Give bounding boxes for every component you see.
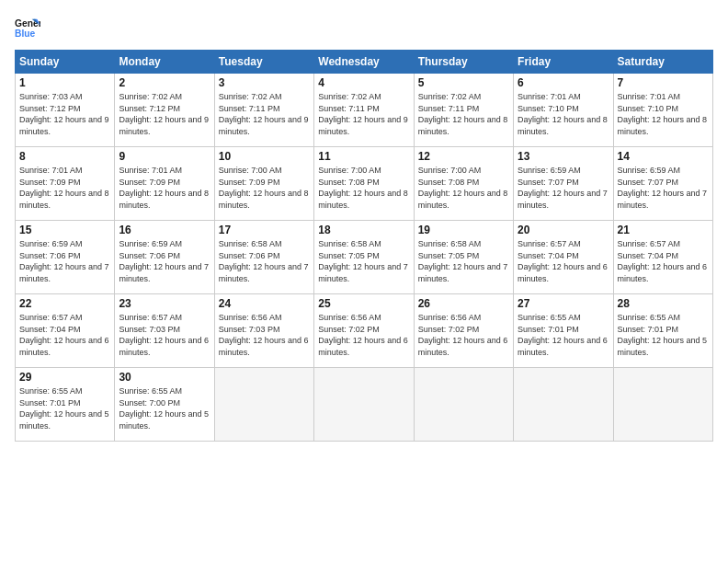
day-info: Sunrise: 7:00 AM Sunset: 7:08 PM Dayligh… bbox=[318, 165, 409, 211]
day-number: 19 bbox=[418, 224, 509, 236]
day-info: Sunrise: 6:59 AM Sunset: 7:06 PM Dayligh… bbox=[119, 238, 210, 284]
calendar-day-cell: 24 Sunrise: 6:56 AM Sunset: 7:03 PM Dayl… bbox=[214, 294, 313, 368]
day-info: Sunrise: 6:56 AM Sunset: 7:02 PM Dayligh… bbox=[318, 312, 409, 358]
day-number: 12 bbox=[418, 150, 509, 163]
logo: General Blue bbox=[15, 15, 40, 40]
day-number: 1 bbox=[19, 76, 110, 89]
day-info: Sunrise: 7:02 AM Sunset: 7:12 PM Dayligh… bbox=[119, 91, 210, 137]
day-number: 9 bbox=[119, 150, 210, 163]
calendar-day-cell bbox=[514, 368, 613, 442]
calendar-day-cell: 8 Sunrise: 7:01 AM Sunset: 7:09 PM Dayli… bbox=[16, 147, 115, 221]
calendar-day-cell: 4 Sunrise: 7:02 AM Sunset: 7:11 PM Dayli… bbox=[314, 74, 414, 147]
day-info: Sunrise: 6:58 AM Sunset: 7:06 PM Dayligh… bbox=[219, 238, 310, 284]
day-info: Sunrise: 6:55 AM Sunset: 7:01 PM Dayligh… bbox=[618, 312, 709, 358]
calendar-week-row: 29 Sunrise: 6:55 AM Sunset: 7:01 PM Dayl… bbox=[16, 368, 713, 442]
calendar-day-cell: 7 Sunrise: 7:01 AM Sunset: 7:10 PM Dayli… bbox=[613, 74, 712, 147]
day-info: Sunrise: 7:03 AM Sunset: 7:12 PM Dayligh… bbox=[19, 91, 110, 137]
day-info: Sunrise: 7:02 AM Sunset: 7:11 PM Dayligh… bbox=[318, 91, 409, 137]
calendar-day-cell: 29 Sunrise: 6:55 AM Sunset: 7:01 PM Dayl… bbox=[16, 368, 115, 442]
calendar-day-cell: 15 Sunrise: 6:59 AM Sunset: 7:06 PM Dayl… bbox=[16, 221, 115, 294]
calendar-day-cell: 11 Sunrise: 7:00 AM Sunset: 7:08 PM Dayl… bbox=[314, 147, 414, 221]
day-number: 27 bbox=[518, 297, 609, 310]
day-number: 23 bbox=[119, 297, 210, 310]
calendar-day-cell: 12 Sunrise: 7:00 AM Sunset: 7:08 PM Dayl… bbox=[414, 147, 513, 221]
calendar-day-cell: 22 Sunrise: 6:57 AM Sunset: 7:04 PM Dayl… bbox=[16, 294, 115, 368]
day-info: Sunrise: 6:59 AM Sunset: 7:07 PM Dayligh… bbox=[618, 165, 709, 211]
day-number: 17 bbox=[219, 224, 310, 236]
day-info: Sunrise: 6:56 AM Sunset: 7:02 PM Dayligh… bbox=[418, 312, 509, 358]
calendar-day-cell: 10 Sunrise: 7:00 AM Sunset: 7:09 PM Dayl… bbox=[214, 147, 313, 221]
day-number: 14 bbox=[618, 150, 709, 163]
calendar-week-row: 1 Sunrise: 7:03 AM Sunset: 7:12 PM Dayli… bbox=[16, 74, 713, 147]
day-number: 21 bbox=[618, 224, 709, 236]
day-number: 10 bbox=[219, 150, 310, 163]
calendar-day-cell: 3 Sunrise: 7:02 AM Sunset: 7:11 PM Dayli… bbox=[214, 74, 313, 147]
calendar-day-cell: 1 Sunrise: 7:03 AM Sunset: 7:12 PM Dayli… bbox=[16, 74, 115, 147]
day-number: 4 bbox=[318, 76, 409, 89]
weekday-header-monday: Monday bbox=[115, 51, 214, 74]
day-info: Sunrise: 6:56 AM Sunset: 7:03 PM Dayligh… bbox=[219, 312, 310, 358]
calendar-day-cell: 18 Sunrise: 6:58 AM Sunset: 7:05 PM Dayl… bbox=[314, 221, 414, 294]
day-number: 5 bbox=[418, 76, 509, 89]
day-info: Sunrise: 6:57 AM Sunset: 7:04 PM Dayligh… bbox=[518, 238, 609, 284]
day-number: 16 bbox=[119, 224, 210, 236]
calendar-day-cell: 27 Sunrise: 6:55 AM Sunset: 7:01 PM Dayl… bbox=[514, 294, 613, 368]
calendar-week-row: 22 Sunrise: 6:57 AM Sunset: 7:04 PM Dayl… bbox=[16, 294, 713, 368]
calendar-day-cell: 25 Sunrise: 6:56 AM Sunset: 7:02 PM Dayl… bbox=[314, 294, 414, 368]
day-info: Sunrise: 7:00 AM Sunset: 7:09 PM Dayligh… bbox=[219, 165, 310, 211]
calendar-day-cell: 30 Sunrise: 6:55 AM Sunset: 7:00 PM Dayl… bbox=[115, 368, 214, 442]
day-number: 20 bbox=[518, 224, 609, 236]
day-info: Sunrise: 6:55 AM Sunset: 7:00 PM Dayligh… bbox=[119, 385, 210, 431]
calendar-table: SundayMondayTuesdayWednesdayThursdayFrid… bbox=[15, 50, 713, 442]
weekday-header-thursday: Thursday bbox=[414, 51, 513, 74]
calendar-day-cell: 9 Sunrise: 7:01 AM Sunset: 7:09 PM Dayli… bbox=[115, 147, 214, 221]
day-info: Sunrise: 6:57 AM Sunset: 7:03 PM Dayligh… bbox=[119, 312, 210, 358]
day-number: 2 bbox=[119, 76, 210, 89]
calendar-day-cell: 20 Sunrise: 6:57 AM Sunset: 7:04 PM Dayl… bbox=[514, 221, 613, 294]
logo-icon: General Blue bbox=[15, 15, 40, 40]
calendar-day-cell: 14 Sunrise: 6:59 AM Sunset: 7:07 PM Dayl… bbox=[613, 147, 712, 221]
day-number: 26 bbox=[418, 297, 509, 310]
day-info: Sunrise: 6:59 AM Sunset: 7:07 PM Dayligh… bbox=[518, 165, 609, 211]
day-number: 13 bbox=[518, 150, 609, 163]
weekday-header-saturday: Saturday bbox=[613, 51, 712, 74]
day-number: 11 bbox=[318, 150, 409, 163]
calendar-day-cell: 19 Sunrise: 6:58 AM Sunset: 7:05 PM Dayl… bbox=[414, 221, 513, 294]
calendar-day-cell bbox=[414, 368, 513, 442]
day-info: Sunrise: 7:01 AM Sunset: 7:10 PM Dayligh… bbox=[618, 91, 709, 137]
day-number: 22 bbox=[19, 297, 110, 310]
calendar-week-row: 15 Sunrise: 6:59 AM Sunset: 7:06 PM Dayl… bbox=[16, 221, 713, 294]
day-info: Sunrise: 7:01 AM Sunset: 7:09 PM Dayligh… bbox=[119, 165, 210, 211]
day-info: Sunrise: 6:57 AM Sunset: 7:04 PM Dayligh… bbox=[618, 238, 709, 284]
calendar-day-cell: 16 Sunrise: 6:59 AM Sunset: 7:06 PM Dayl… bbox=[115, 221, 214, 294]
weekday-header-tuesday: Tuesday bbox=[214, 51, 313, 74]
day-number: 28 bbox=[618, 297, 709, 310]
day-number: 24 bbox=[219, 297, 310, 310]
day-info: Sunrise: 6:59 AM Sunset: 7:06 PM Dayligh… bbox=[19, 238, 110, 284]
day-number: 25 bbox=[318, 297, 409, 310]
calendar-day-cell: 5 Sunrise: 7:02 AM Sunset: 7:11 PM Dayli… bbox=[414, 74, 513, 147]
day-info: Sunrise: 6:55 AM Sunset: 7:01 PM Dayligh… bbox=[19, 385, 110, 431]
day-info: Sunrise: 6:55 AM Sunset: 7:01 PM Dayligh… bbox=[518, 312, 609, 358]
day-info: Sunrise: 7:02 AM Sunset: 7:11 PM Dayligh… bbox=[418, 91, 509, 137]
page-header: General Blue bbox=[15, 15, 713, 40]
calendar-day-cell: 17 Sunrise: 6:58 AM Sunset: 7:06 PM Dayl… bbox=[214, 221, 313, 294]
calendar-day-cell: 26 Sunrise: 6:56 AM Sunset: 7:02 PM Dayl… bbox=[414, 294, 513, 368]
day-number: 7 bbox=[618, 76, 709, 89]
day-info: Sunrise: 7:01 AM Sunset: 7:09 PM Dayligh… bbox=[19, 165, 110, 211]
day-number: 29 bbox=[19, 371, 110, 384]
day-number: 18 bbox=[318, 224, 409, 236]
day-number: 8 bbox=[19, 150, 110, 163]
calendar-week-row: 8 Sunrise: 7:01 AM Sunset: 7:09 PM Dayli… bbox=[16, 147, 713, 221]
day-number: 6 bbox=[518, 76, 609, 89]
day-info: Sunrise: 6:58 AM Sunset: 7:05 PM Dayligh… bbox=[418, 238, 509, 284]
day-info: Sunrise: 6:58 AM Sunset: 7:05 PM Dayligh… bbox=[318, 238, 409, 284]
calendar-day-cell: 2 Sunrise: 7:02 AM Sunset: 7:12 PM Dayli… bbox=[115, 74, 214, 147]
calendar-day-cell: 28 Sunrise: 6:55 AM Sunset: 7:01 PM Dayl… bbox=[613, 294, 712, 368]
svg-text:Blue: Blue bbox=[15, 29, 36, 39]
calendar-day-cell bbox=[314, 368, 414, 442]
weekday-header-sunday: Sunday bbox=[16, 51, 115, 74]
weekday-header-friday: Friday bbox=[514, 51, 613, 74]
day-info: Sunrise: 7:02 AM Sunset: 7:11 PM Dayligh… bbox=[219, 91, 310, 137]
calendar-day-cell: 13 Sunrise: 6:59 AM Sunset: 7:07 PM Dayl… bbox=[514, 147, 613, 221]
